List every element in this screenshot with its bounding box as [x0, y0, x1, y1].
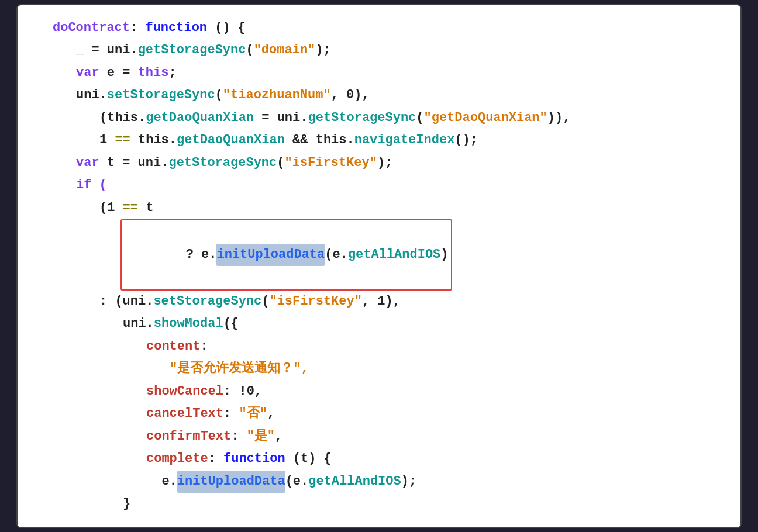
code-line-highlighted: ? e.initUploadData(e.getAllAndIOS) — [29, 219, 723, 291]
code-line: e.initUploadData(e.getAllAndIOS); — [29, 471, 723, 493]
code-line: confirmText: "是", — [29, 426, 723, 448]
code-line: uni.showModal({ — [29, 313, 723, 336]
code-line: showCancel: !0, — [29, 381, 723, 403]
keyword-function: function — [145, 17, 207, 40]
code-line: (1 == t — [29, 197, 723, 220]
code-line: var e = this; — [29, 62, 723, 85]
code-line: uni.setStorageSync("tiaozhuanNum", 0), — [29, 84, 723, 107]
code-line: var t = uni.getStorageSync("isFirstKey")… — [29, 152, 723, 175]
highlighted-code-block: ? e.initUploadData(e.getAllAndIOS) — [120, 219, 452, 291]
code-line: : (uni.setStorageSync("isFirstKey", 1), — [29, 291, 723, 313]
selected-method-2: initUploadData — [177, 471, 285, 493]
selected-method: initUploadData — [216, 244, 325, 267]
code-line: "是否允许发送通知？", — [29, 358, 723, 381]
code-line: } — [29, 493, 723, 516]
code-line: if ( — [29, 174, 723, 197]
code-line: content: — [29, 336, 723, 358]
code-line: doContract: function () { — [29, 17, 723, 40]
code-line: 1 == this.getDaoQuanXian && this.navigat… — [29, 129, 723, 152]
code-line: cancelText: "否", — [29, 403, 723, 426]
code-token: doContract — [53, 17, 130, 40]
code-editor: doContract: function () { _ = uni.getSto… — [16, 4, 742, 528]
code-line: _ = uni.getStorageSync("domain"); — [29, 39, 723, 62]
code-line: (this.getDaoQuanXian = uni.getStorageSyn… — [29, 107, 723, 130]
code-line: complete: function (t) { — [29, 448, 723, 471]
